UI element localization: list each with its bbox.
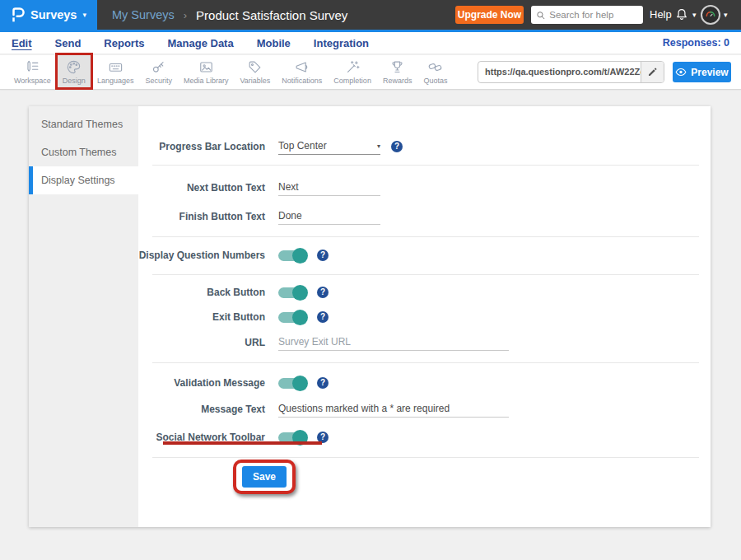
divider <box>152 236 699 237</box>
help-icon[interactable]: ? <box>317 377 329 389</box>
toolbar-label: Notifications <box>282 77 322 85</box>
next-button-text-label: Next Button Text <box>29 182 265 194</box>
questionpro-logo-icon <box>11 7 25 23</box>
toolbar-label: Variables <box>240 77 270 85</box>
progress-bar-location-label: Progress Bar Location <box>29 141 265 152</box>
exit-url-input[interactable] <box>278 334 509 351</box>
upgrade-now-button[interactable]: Upgrade Now <box>455 6 524 24</box>
notifications-bell[interactable]: ▾ <box>674 7 697 23</box>
chevron-down-icon: ▾ <box>724 11 728 19</box>
tab-integration[interactable]: Integration <box>314 37 369 49</box>
help-search[interactable] <box>531 6 643 24</box>
toolbar-item-security[interactable]: Security <box>139 55 178 89</box>
breadcrumb: My Surveys › Product Satisfaction Survey <box>112 0 347 30</box>
megaphone-icon <box>294 59 310 75</box>
toolbar-item-notifications[interactable]: Notifications <box>276 55 328 89</box>
survey-url-text[interactable]: https://qa.questionpro.com/t/AW22Zcq2J <box>478 62 641 82</box>
validation-message-label: Validation Message <box>29 377 265 389</box>
key-icon <box>151 59 166 75</box>
finish-button-text-row: Finish Button Text <box>29 208 711 225</box>
help-icon[interactable]: ? <box>317 311 329 323</box>
image-icon <box>198 59 214 75</box>
survey-menubar: Edit Send Reports Manage Data Mobile Int… <box>0 32 741 54</box>
chevron-down-icon: ▾ <box>377 142 380 150</box>
progress-bar-location-row: Progress Bar Location Top Center ▾ ? <box>29 138 711 155</box>
validation-message-toggle[interactable] <box>278 378 306 389</box>
exit-button-label: Exit Button <box>29 311 265 323</box>
help-icon[interactable]: ? <box>391 141 403 152</box>
exit-url-label: URL <box>29 337 265 348</box>
display-question-numbers-toggle[interactable] <box>278 250 306 261</box>
page-title: Product Satisfaction Survey <box>196 8 347 22</box>
divider <box>152 274 699 275</box>
app-menu-label: Surveys <box>30 8 77 21</box>
sidebar-item-standard-themes[interactable]: Standard Themes <box>29 110 138 138</box>
tab-mobile[interactable]: Mobile <box>257 37 291 49</box>
exit-url-row: URL <box>29 334 711 351</box>
search-icon <box>536 10 545 21</box>
back-button-row: Back Button ? <box>29 284 711 301</box>
account-menu[interactable]: ▾ <box>701 5 728 25</box>
message-text-row: Message Text <box>29 401 711 418</box>
progress-bar-location-select[interactable]: Top Center ▾ <box>278 138 380 155</box>
keyboard-icon <box>108 59 124 75</box>
content-area: Standard Themes Custom Themes Display Se… <box>0 91 741 560</box>
toolbar-label: Completion <box>333 77 371 85</box>
save-annotation-box: Save <box>233 460 296 494</box>
message-text-label: Message Text <box>29 404 265 415</box>
next-button-text-row: Next Button Text <box>29 180 711 196</box>
workspace-icon <box>25 59 40 75</box>
edit-toolbar: Workspace Design Languages Security Medi… <box>0 55 741 90</box>
display-question-numbers-row: Display Question Numbers ? <box>29 247 711 264</box>
exit-button-toggle[interactable] <box>278 312 306 323</box>
toolbar-item-languages[interactable]: Languages <box>91 55 140 89</box>
validation-message-row: Validation Message ? <box>29 375 711 391</box>
search-input[interactable] <box>549 10 638 20</box>
edit-url-button[interactable] <box>641 62 664 82</box>
help-icon[interactable]: ? <box>317 250 329 261</box>
palette-icon <box>66 59 82 75</box>
pencil-icon <box>647 67 658 77</box>
toolbar-label: Quotas <box>423 77 447 85</box>
gauge-icon <box>704 8 717 21</box>
finish-button-text-input[interactable] <box>278 208 380 225</box>
toolbar-label: Media Library <box>184 77 229 85</box>
breadcrumb-my-surveys[interactable]: My Surveys <box>112 8 175 21</box>
bell-icon <box>674 7 689 23</box>
eye-icon <box>675 68 687 77</box>
next-button-text-input[interactable] <box>278 180 380 196</box>
finish-button-text-label: Finish Button Text <box>29 211 265 222</box>
toolbar-label: Languages <box>97 77 134 85</box>
preview-label: Preview <box>691 67 728 78</box>
tab-reports[interactable]: Reports <box>104 37 144 49</box>
toolbar-item-quotas[interactable]: Quotas <box>417 55 453 89</box>
responses-count[interactable]: Responses: 0 <box>663 37 729 49</box>
divider <box>152 165 699 166</box>
chain-icon <box>427 59 443 75</box>
divider <box>152 362 699 363</box>
toolbar-item-workspace[interactable]: Workspace <box>8 55 57 89</box>
surveys-app-menu[interactable]: Surveys ▾ <box>0 0 97 30</box>
help-link[interactable]: Help <box>650 0 672 30</box>
help-icon[interactable]: ? <box>317 287 329 298</box>
save-button[interactable]: Save <box>242 466 287 488</box>
toolbar-item-media-library[interactable]: Media Library <box>178 55 235 89</box>
tab-edit[interactable]: Edit <box>12 37 32 49</box>
toolbar-item-completion[interactable]: Completion <box>328 55 377 89</box>
survey-url-group: https://qa.questionpro.com/t/AW22Zcq2J <box>478 61 664 83</box>
selected-value: Top Center <box>278 140 327 152</box>
avatar <box>701 5 720 25</box>
toolbar-item-rewards[interactable]: Rewards <box>377 55 418 89</box>
message-text-input[interactable] <box>278 401 509 418</box>
preview-button[interactable]: Preview <box>673 62 731 82</box>
tab-send[interactable]: Send <box>55 37 82 49</box>
back-button-label: Back Button <box>29 287 265 298</box>
top-header: Surveys ▾ My Surveys › Product Satisfact… <box>0 0 741 30</box>
chevron-down-icon: ▾ <box>692 11 697 19</box>
display-settings-card: Standard Themes Custom Themes Display Se… <box>29 106 711 527</box>
toolbar-item-design[interactable]: Design <box>57 55 91 89</box>
tag-icon <box>247 59 263 75</box>
back-button-toggle[interactable] <box>278 287 306 298</box>
toolbar-item-variables[interactable]: Variables <box>234 55 276 89</box>
tab-manage-data[interactable]: Manage Data <box>167 37 233 49</box>
